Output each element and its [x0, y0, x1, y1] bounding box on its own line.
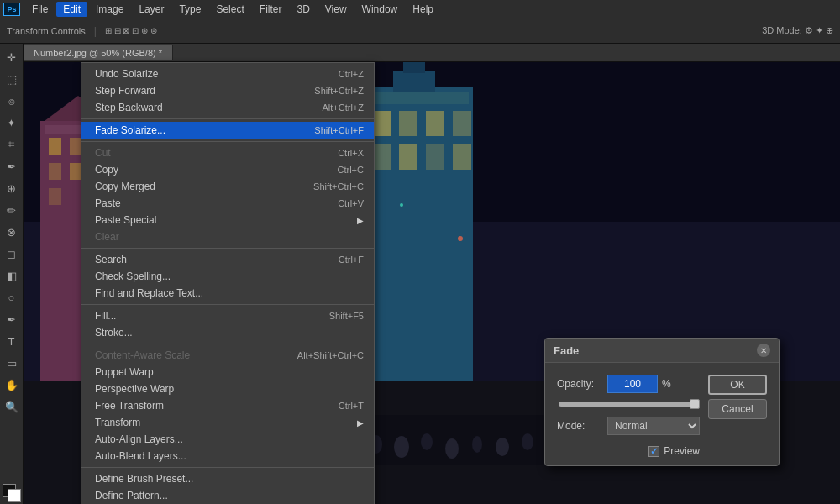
mode-select[interactable]: Normal Dissolve Multiply Screen Overlay [607, 417, 700, 435]
opacity-label: Opacity: [557, 378, 607, 390]
mode-label: Mode: [557, 420, 607, 432]
marquee-tool[interactable]: ⬚ [2, 69, 22, 89]
menu-separator-3 [81, 248, 374, 249]
preview-row: ✓ Preview [557, 445, 700, 457]
menu-item-cut[interactable]: Cut Ctrl+X [81, 144, 374, 161]
eraser-tool[interactable]: ◻ [2, 244, 22, 264]
menu-item-auto-blend[interactable]: Auto-Blend Layers... [81, 448, 374, 465]
options-icons: ⊞ ⊟ ⊠ ⊡ ⊛ ⊜ [105, 26, 157, 35]
slider-thumb[interactable] [690, 399, 700, 409]
hand-tool[interactable]: ✋ [2, 375, 22, 395]
opacity-row: Opacity: % [557, 375, 700, 393]
menu-help[interactable]: Help [406, 2, 440, 17]
svg-point-66 [400, 203, 403, 207]
slider-fill [559, 402, 698, 407]
opacity-input[interactable] [607, 375, 658, 393]
menu-item-perspective-warp[interactable]: Perspective Warp [81, 381, 374, 397]
svg-point-67 [458, 236, 463, 241]
menu-separator-1 [81, 118, 374, 119]
menu-layer[interactable]: Layer [132, 2, 171, 17]
menu-item-step-backward[interactable]: Step Backward Alt+Ctrl+Z [81, 99, 374, 116]
opacity-slider[interactable] [559, 402, 698, 407]
clone-tool[interactable]: ⊗ [2, 222, 22, 242]
zoom-tool[interactable]: 🔍 [2, 396, 22, 417]
menu-item-auto-align[interactable]: Auto-Align Layers... [81, 431, 374, 448]
menu-item-free-transform[interactable]: Free Transform Ctrl+T [81, 397, 374, 414]
menu-item-paste-special[interactable]: Paste Special ▶ [81, 212, 374, 228]
svg-point-58 [421, 433, 433, 450]
dialog-title: Fade [554, 344, 579, 357]
brush-tool[interactable]: ✏ [2, 200, 22, 220]
menu-type[interactable]: Type [172, 2, 207, 17]
menu-separator-2 [81, 141, 374, 142]
menu-item-undo[interactable]: Undo Solarize Ctrl+Z [81, 66, 374, 82]
heal-tool[interactable]: ⊕ [2, 178, 22, 198]
pen-tool[interactable]: ✒ [2, 309, 22, 329]
canvas-tab[interactable]: Number2.jpg @ 50% (RGB/8) * [24, 45, 173, 60]
dialog-fields: Opacity: % Mode [557, 375, 700, 457]
edit-dropdown-menu: Undo Solarize Ctrl+Z Step Forward Shift+… [81, 62, 375, 504]
options-bar: Transform Controls | ⊞ ⊟ ⊠ ⊡ ⊛ ⊜ 3D Mode… [0, 18, 840, 44]
menu-item-check-spelling[interactable]: Check Spelling... [81, 268, 374, 285]
menu-item-puppet-warp[interactable]: Puppet Warp [81, 364, 374, 381]
menu-item-fade-solarize[interactable]: Fade Solarize... Shift+Ctrl+F [81, 122, 374, 139]
menu-item-paste[interactable]: Paste Ctrl+V [81, 195, 374, 212]
menu-bar: Ps File Edit Image Layer Type Select Fil… [0, 0, 840, 18]
shape-tool[interactable]: ▭ [2, 353, 22, 373]
svg-point-57 [394, 436, 409, 458]
dialog-content: Opacity: % Mode [557, 375, 767, 457]
opacity-slider-row [557, 402, 700, 407]
menu-item-fill[interactable]: Fill... Shift+F5 [81, 307, 374, 324]
opacity-unit: % [662, 378, 671, 390]
move-tool[interactable]: ✛ [2, 47, 22, 67]
eyedropper-tool[interactable]: ✒ [2, 156, 22, 176]
menu-item-copy[interactable]: Copy Ctrl+C [81, 161, 374, 178]
fade-dialog: Fade ✕ Opacity: % [544, 338, 780, 466]
menu-separator-6 [81, 467, 374, 468]
mode-row: Mode: Normal Dissolve Multiply Screen Ov… [557, 417, 700, 435]
svg-point-62 [522, 433, 533, 450]
gradient-tool[interactable]: ◧ [2, 265, 22, 286]
left-toolbar: ✛ ⬚ ⌾ ✦ ⌗ ✒ ⊕ ✏ ⊗ ◻ ◧ ○ ✒ T ▭ ✋ 🔍 [0, 44, 24, 504]
ok-button[interactable]: OK [708, 375, 767, 395]
menu-image[interactable]: Image [89, 2, 130, 17]
menu-item-transform[interactable]: Transform ▶ [81, 414, 374, 431]
menu-select[interactable]: Select [209, 2, 250, 17]
options-transform-controls: Transform Controls [7, 26, 86, 36]
foreground-color-swatch[interactable] [3, 484, 21, 502]
svg-point-59 [445, 438, 459, 459]
menu-item-define-brush[interactable]: Define Brush Preset... [81, 470, 374, 487]
menu-window[interactable]: Window [355, 2, 405, 17]
menu-view[interactable]: View [318, 2, 354, 17]
menu-edit[interactable]: Edit [56, 2, 87, 17]
magic-wand-tool[interactable]: ✦ [2, 113, 22, 133]
dialog-body: Opacity: % Mode [545, 363, 779, 465]
menu-separator-5 [81, 344, 374, 344]
tab-bar: Number2.jpg @ 50% (RGB/8) * [24, 44, 840, 62]
menu-file[interactable]: File [25, 2, 55, 17]
lasso-tool[interactable]: ⌾ [2, 91, 22, 111]
svg-point-61 [496, 438, 509, 456]
menu-3d[interactable]: 3D [290, 2, 316, 17]
workspace: ✛ ⬚ ⌾ ✦ ⌗ ✒ ⊕ ✏ ⊗ ◻ ◧ ○ ✒ T ▭ ✋ 🔍 Number… [0, 44, 840, 504]
text-tool[interactable]: T [2, 331, 22, 351]
menu-item-content-aware[interactable]: Content-Aware Scale Alt+Shift+Ctrl+C [81, 347, 374, 364]
dodge-tool[interactable]: ○ [2, 287, 22, 307]
dialog-buttons: OK Cancel [708, 375, 767, 457]
menu-item-find-replace[interactable]: Find and Replace Text... [81, 285, 374, 302]
dialog-close-button[interactable]: ✕ [757, 344, 770, 357]
menu-filter[interactable]: Filter [253, 2, 289, 17]
menu-item-clear[interactable]: Clear [81, 228, 374, 245]
menu-item-search[interactable]: Search Ctrl+F [81, 251, 374, 268]
preview-checkbox[interactable]: ✓ [648, 446, 659, 457]
dialog-title-bar: Fade ✕ [545, 339, 779, 363]
menu-item-copy-merged[interactable]: Copy Merged Shift+Ctrl+C [81, 178, 374, 195]
crop-tool[interactable]: ⌗ [2, 134, 22, 155]
options-3d-mode: 3D Mode: ⚙ ✦ ⊕ [762, 25, 833, 36]
menu-separator-4 [81, 304, 374, 305]
cancel-button[interactable]: Cancel [708, 399, 767, 419]
menu-item-define-pattern[interactable]: Define Pattern... [81, 487, 374, 504]
menu-item-stroke[interactable]: Stroke... [81, 324, 374, 341]
menu-item-step-forward[interactable]: Step Forward Shift+Ctrl+Z [81, 82, 374, 99]
canvas-area: Number2.jpg @ 50% (RGB/8) * [24, 44, 840, 504]
